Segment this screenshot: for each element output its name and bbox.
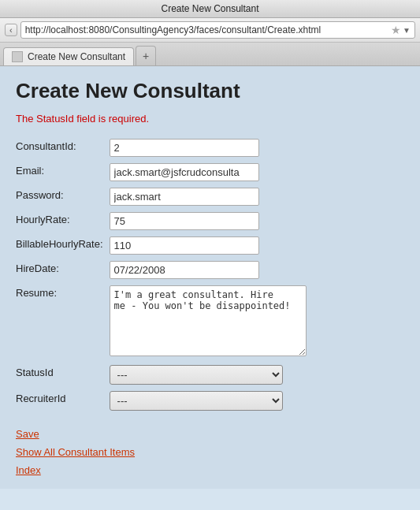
form-row-billablehourlyrate: BillableHourlyRate: (16, 233, 311, 258)
label-email: Email: (16, 160, 110, 184)
input-billablehourlyrate[interactable] (110, 236, 259, 255)
url-box[interactable]: http://localhost:8080/ConsultingAgency3/… (20, 21, 415, 39)
tab-label: Create New Consultant (28, 51, 125, 62)
form-row-resume: Resume: I'm a great consultant. Hire me … (16, 282, 311, 362)
form-row-password: Password: (16, 184, 311, 209)
form-row-hiredate: HireDate: (16, 258, 311, 282)
select-recruiterid[interactable]: --- (110, 391, 283, 411)
address-bar: ‹ http://localhost:8080/ConsultingAgency… (0, 18, 420, 43)
label-consultantid: ConsultantId: (16, 136, 110, 160)
url-text: http://localhost:8080/ConsultingAgency3/… (25, 24, 388, 35)
cell-recruiterid: --- (110, 388, 311, 414)
save-link[interactable]: Save (16, 428, 404, 440)
active-tab[interactable]: Create New Consultant (3, 47, 134, 65)
cell-password (110, 184, 311, 209)
form-row-email: Email: (16, 160, 311, 184)
form-row-hourlyrate: HourlyRate: (16, 209, 311, 233)
cell-billablehourlyrate (110, 233, 311, 258)
links-section: Save Show All Consultant Items Index (16, 428, 404, 476)
nav-buttons[interactable]: ‹ (5, 24, 17, 36)
new-tab-icon: + (143, 50, 149, 62)
cell-hiredate (110, 258, 311, 282)
input-consultantid[interactable] (110, 139, 259, 157)
label-hiredate: HireDate: (16, 258, 110, 282)
page-title: Create New Consultant (16, 79, 404, 103)
input-resume[interactable]: I'm a great consultant. Hire me - You wo… (110, 285, 307, 356)
tab-favicon (12, 51, 23, 62)
form-row-recruiterid: RecruiterId --- (16, 388, 311, 414)
tab-bar: Create New Consultant + (0, 43, 420, 66)
cell-hourlyrate (110, 209, 311, 233)
show-all-link[interactable]: Show All Consultant Items (16, 446, 404, 458)
input-password[interactable] (110, 188, 259, 206)
consultant-form: ConsultantId: Email: Password: (16, 136, 404, 414)
page-content: Create New Consultant The StatusId field… (0, 66, 420, 489)
label-billablehourlyrate: BillableHourlyRate: (16, 233, 110, 258)
label-password: Password: (16, 184, 110, 209)
index-link[interactable]: Index (16, 464, 404, 476)
form-row-statusid: StatusId --- (16, 362, 311, 388)
input-email[interactable] (110, 163, 259, 181)
back-button[interactable]: ‹ (5, 24, 17, 36)
label-statusid: StatusId (16, 362, 110, 388)
cell-consultantid (110, 136, 311, 160)
input-hourlyrate[interactable] (110, 212, 259, 230)
cell-statusid: --- (110, 362, 311, 388)
label-hourlyrate: HourlyRate: (16, 209, 110, 233)
bookmark-icon[interactable]: ★ (391, 24, 401, 36)
title-bar: Create New Consultant (0, 0, 420, 18)
window-title: Create New Consultant (161, 3, 258, 14)
form-row-consultantid: ConsultantId: (16, 136, 311, 160)
cell-email (110, 160, 311, 184)
input-hiredate[interactable] (110, 261, 259, 279)
error-message: The StatusId field is required. (16, 113, 404, 125)
url-dropdown-icon[interactable]: ▼ (403, 26, 411, 35)
form-table: ConsultantId: Email: Password: (16, 136, 311, 414)
new-tab-button[interactable]: + (136, 46, 156, 65)
label-resume: Resume: (16, 282, 110, 362)
select-statusid[interactable]: --- (110, 365, 283, 385)
cell-resume: I'm a great consultant. Hire me - You wo… (110, 282, 311, 362)
label-recruiterid: RecruiterId (16, 388, 110, 414)
